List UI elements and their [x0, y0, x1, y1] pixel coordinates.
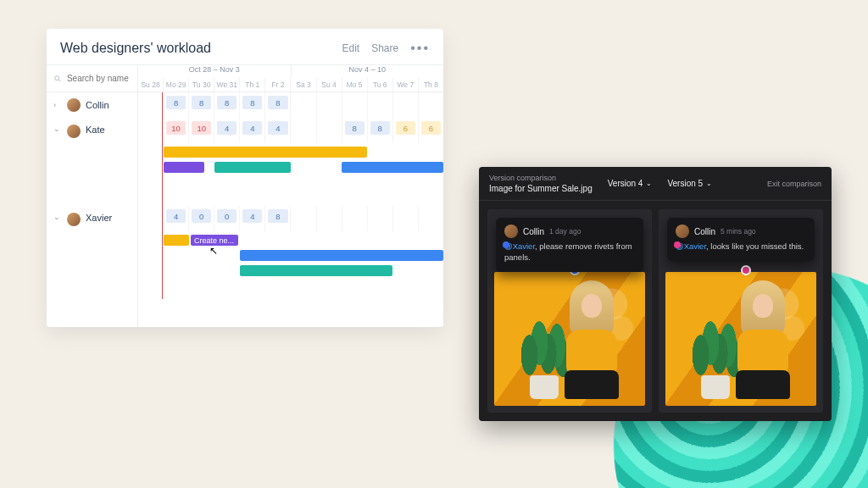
vc-title: Version comparison — [489, 174, 593, 182]
hour-chip: 4 — [242, 209, 262, 223]
hour-cell[interactable] — [418, 206, 443, 231]
hour-chip: 8 — [268, 96, 287, 109]
user-row-kate[interactable]: ⌄ Kate — [47, 118, 137, 206]
hour-cell[interactable]: 8 — [264, 92, 290, 118]
hour-cell[interactable] — [316, 206, 342, 231]
search-input[interactable] — [67, 74, 131, 83]
hour-chip: 0 — [192, 209, 211, 223]
day-header-cell: Tu 30 — [188, 77, 214, 92]
hour-chip: 4 — [268, 121, 287, 135]
hour-cell[interactable] — [342, 206, 367, 231]
hour-chip: 8 — [192, 96, 211, 109]
hour-chip: 8 — [268, 209, 287, 223]
comment-author: Collin — [523, 227, 544, 236]
hour-chip: 10 — [192, 121, 211, 135]
day-header-cell: Mo 29 — [163, 77, 188, 92]
comment-bubble[interactable]: Collin 1 day ago @Xavier, please remove … — [496, 218, 643, 272]
compare-pane-left: Collin 1 day ago @Xavier, please remove … — [487, 209, 652, 413]
hour-cell[interactable] — [392, 92, 418, 118]
task-bar[interactable] — [342, 162, 443, 173]
day-header-cell: We 7 — [392, 77, 418, 92]
svg-point-0 — [55, 75, 59, 80]
hour-cell[interactable] — [138, 206, 163, 231]
version-right-picker[interactable]: Version 5 ⌄ — [667, 179, 712, 188]
user-row-xavier[interactable]: ⌄ Xavier — [47, 206, 137, 308]
vc-header: Version comparison Image for Summer Sale… — [479, 167, 832, 201]
avatar — [67, 125, 81, 138]
week-range: Nov 4 – 10 — [292, 65, 444, 77]
avatar — [676, 225, 689, 238]
share-button[interactable]: Share — [371, 42, 398, 54]
hour-cell[interactable] — [290, 92, 315, 118]
hour-cell[interactable]: 8 — [214, 92, 239, 118]
user-name: Xavier — [86, 213, 112, 223]
hour-cell[interactable]: 10 — [188, 118, 214, 143]
hour-chip: 4 — [166, 209, 186, 223]
hour-cell[interactable]: 4 — [163, 206, 188, 231]
hour-cell[interactable]: 4 — [264, 118, 290, 143]
image-preview[interactable] — [665, 272, 816, 406]
comment-time: 1 day ago — [549, 227, 581, 236]
hour-cell[interactable]: 6 — [418, 118, 443, 143]
hour-chip: 4 — [217, 121, 236, 135]
hour-cell[interactable] — [342, 92, 367, 118]
hour-cell[interactable] — [418, 92, 443, 118]
version-left-picker[interactable]: Version 4 ⌄ — [608, 179, 653, 188]
user-row-collin[interactable]: › Collin — [47, 92, 137, 118]
hour-cell[interactable]: 8 — [264, 206, 290, 231]
task-bar[interactable] — [164, 147, 367, 158]
task-bar[interactable] — [164, 235, 189, 246]
avatar — [504, 225, 518, 238]
exit-comparison-button[interactable]: Exit comparison — [767, 180, 821, 188]
hour-cell[interactable] — [316, 92, 342, 118]
hour-cell[interactable]: 4 — [214, 118, 239, 143]
day-header-cell: We 31 — [214, 77, 239, 92]
hour-cell[interactable]: 4 — [239, 206, 264, 231]
avatar — [67, 213, 81, 226]
hour-cell[interactable] — [367, 206, 392, 231]
edit-button[interactable]: Edit — [342, 42, 359, 54]
hour-cell[interactable]: 10 — [163, 118, 188, 143]
task-bar[interactable] — [214, 162, 291, 173]
comment-bubble[interactable]: Collin 5 mins ago @Xavier, looks like yo… — [667, 218, 815, 261]
more-menu-button[interactable]: ••• — [410, 41, 430, 56]
hours-row-kate: 10104448866 — [138, 118, 443, 143]
hour-cell[interactable]: 8 — [239, 92, 264, 118]
comment-pin-icon — [674, 241, 681, 248]
hour-cell[interactable] — [316, 118, 342, 143]
hour-cell[interactable]: 8 — [163, 92, 188, 118]
day-header-cell: Fr 2 — [264, 77, 290, 92]
chevron-down-icon: ⌄ — [53, 125, 62, 133]
hour-chip: 6 — [421, 121, 441, 135]
hour-cell[interactable] — [138, 92, 163, 118]
hour-cell[interactable] — [392, 206, 418, 231]
comment-author: Collin — [694, 227, 715, 236]
avatar — [67, 98, 81, 112]
comment-marker[interactable] — [741, 265, 751, 275]
hour-cell[interactable]: 0 — [188, 206, 214, 231]
hour-cell[interactable]: 8 — [188, 92, 214, 118]
hour-cell[interactable]: 8 — [367, 118, 392, 143]
hour-cell[interactable] — [290, 206, 315, 231]
hour-cell[interactable] — [290, 118, 315, 143]
hour-chip: 8 — [242, 96, 262, 109]
hour-chip: 10 — [166, 121, 186, 135]
hour-cell[interactable]: 0 — [214, 206, 239, 231]
hour-cell[interactable] — [367, 92, 392, 118]
search-icon — [53, 74, 62, 84]
task-bar[interactable] — [164, 162, 204, 173]
hour-cell[interactable]: 6 — [392, 118, 418, 143]
version-left-label: Version 4 — [608, 179, 643, 188]
task-bar[interactable] — [240, 250, 443, 261]
page-title: Web designers' workload — [60, 41, 330, 56]
version-right-label: Version 5 — [667, 179, 703, 188]
hour-cell[interactable]: 8 — [342, 118, 367, 143]
version-compare-panel: Version comparison Image for Summer Sale… — [479, 167, 832, 421]
workload-panel: Web designers' workload Edit Share ••• ›… — [47, 29, 443, 327]
chevron-down-icon: ⌄ — [53, 213, 62, 221]
hour-cell[interactable] — [138, 118, 163, 143]
hours-row-collin: 88888 — [138, 92, 443, 118]
hour-cell[interactable]: 4 — [239, 118, 264, 143]
image-preview[interactable] — [494, 272, 645, 406]
task-bar[interactable] — [240, 265, 392, 276]
